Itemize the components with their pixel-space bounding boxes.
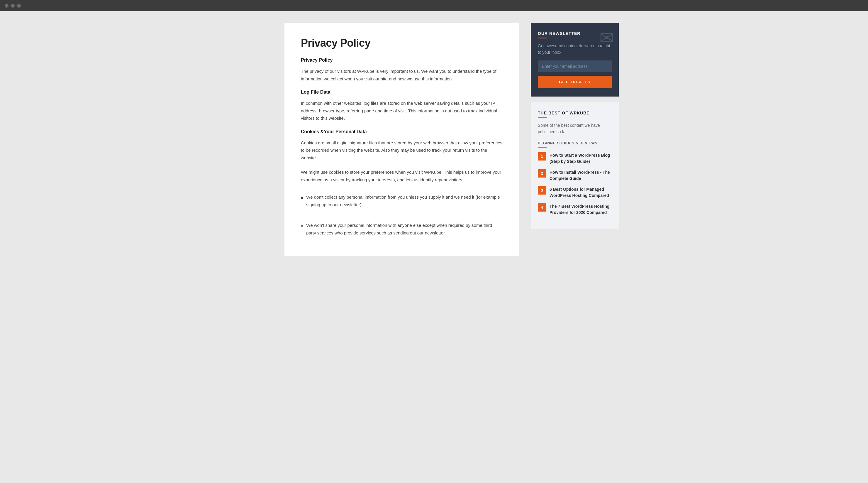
browser-body: Privacy Policy Privacy Policy The privac… — [0, 11, 868, 483]
section-privacy-policy: Privacy Policy The privacy of our visito… — [301, 58, 503, 82]
section3-heading: Cookies &Your Personal Data — [301, 129, 503, 134]
article-number-2: 2 — [538, 169, 546, 177]
section2-paragraph: In common with other websites, log files… — [301, 100, 503, 122]
best-of-title-underline — [538, 117, 547, 118]
main-content: Privacy Policy Privacy Policy The privac… — [284, 23, 519, 256]
article-number-4: 4 — [538, 203, 546, 211]
section2-heading: Log File Data — [301, 89, 503, 95]
section1-heading: Privacy Policy — [301, 58, 503, 63]
newsletter-email-input[interactable] — [538, 60, 612, 72]
best-of-title: THE BEST OF WPKUBE — [538, 111, 612, 115]
list-item: » We won't share your personal informati… — [301, 219, 503, 239]
list-item-text-2: We won't share your personal information… — [306, 222, 503, 236]
section-cookies-extra: We might use cookies to store your prefe… — [301, 168, 503, 183]
article-item-3: 3 6 Best Options for Managed WordPress H… — [538, 186, 612, 199]
article-number-1: 1 — [538, 152, 546, 161]
best-of-widget: THE BEST OF WPKUBE Some of the best cont… — [531, 103, 619, 229]
list-section: » We don't collect any personal informat… — [301, 191, 503, 239]
browser-chrome — [0, 0, 868, 11]
category-title: BEGINNER GUIDES & REVIEWS — [538, 141, 612, 145]
section1-paragraph: The privacy of our visitors at WPKube is… — [301, 67, 503, 82]
article-title-2[interactable]: How to Install WordPress - The Complete … — [550, 169, 612, 182]
sidebar: ✉ OUR NEWSLETTER Get awesome content del… — [531, 23, 619, 229]
section4-paragraph: We might use cookies to store your prefe… — [301, 168, 503, 183]
article-title-4[interactable]: The 7 Best WordPress Hosting Providers f… — [550, 203, 612, 216]
browser-dot-green — [17, 4, 21, 8]
newsletter-envelope-icon: ✉ — [599, 28, 614, 48]
section-log-file: Log File Data In common with other websi… — [301, 89, 503, 122]
browser-dot-yellow — [11, 4, 15, 8]
page-title: Privacy Policy — [301, 37, 503, 49]
newsletter-title-underline — [538, 37, 547, 38]
browser-dot-red — [5, 4, 8, 8]
list-arrow-icon: » — [301, 222, 303, 230]
article-item-1: 1 How to Start a WordPress Blog (Step by… — [538, 152, 612, 165]
list-item-text-1: We don't collect any personal informatio… — [306, 193, 503, 208]
list-item: » We don't collect any personal informat… — [301, 191, 503, 211]
section3-paragraph: Cookies are small digital signature file… — [301, 139, 503, 162]
article-item-4: 4 The 7 Best WordPress Hosting Providers… — [538, 203, 612, 216]
article-title-3[interactable]: 6 Best Options for Managed WordPress Hos… — [550, 186, 612, 199]
article-title-1[interactable]: How to Start a WordPress Blog (Step by S… — [550, 152, 612, 165]
category-underline — [538, 147, 547, 148]
article-number-3: 3 — [538, 186, 546, 195]
newsletter-widget: ✉ OUR NEWSLETTER Get awesome content del… — [531, 23, 619, 96]
article-item-2: 2 How to Install WordPress - The Complet… — [538, 169, 612, 182]
list-divider — [301, 215, 503, 215]
newsletter-submit-button[interactable]: GET UPDATES — [538, 76, 612, 88]
page-wrapper: Privacy Policy Privacy Policy The privac… — [243, 11, 625, 267]
section-cookies: Cookies &Your Personal Data Cookies are … — [301, 129, 503, 162]
best-of-description: Some of the best content we have publish… — [538, 122, 612, 135]
list-arrow-icon: » — [301, 194, 303, 202]
